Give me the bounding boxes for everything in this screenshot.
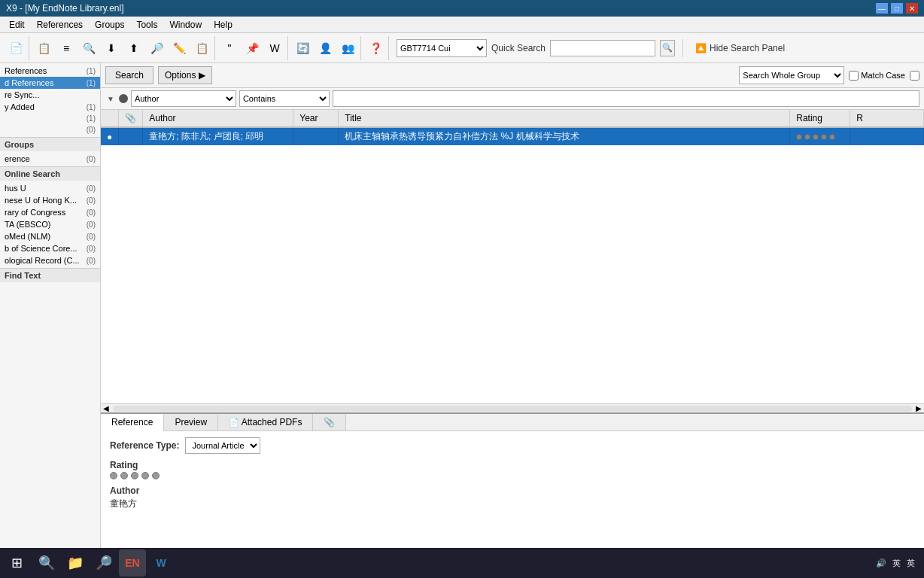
col-header-rating[interactable]: Rating — [790, 110, 850, 127]
search-execute-button[interactable]: Search — [105, 66, 153, 84]
rating-dot-1 — [796, 134, 802, 140]
toolbar: 📄 📋 ≡ 🔍 ⬇ ⬆ 🔎 ✏️ 📋 " 📌 W 🔄 👤 👥 ❓ GBT7714… — [0, 33, 924, 63]
tab-attachment-icon[interactable]: 📎 — [313, 414, 346, 430]
match-case-checkbox2[interactable] — [910, 71, 919, 81]
toolbar-sync-group: 🔄 👤 👥 — [290, 36, 361, 60]
options-button[interactable]: Options ▶ — [158, 66, 212, 84]
menu-window[interactable]: Window — [163, 18, 208, 32]
author-field-value: 童艳方 — [110, 497, 915, 510]
menu-groups[interactable]: Groups — [89, 18, 130, 32]
taskbar-volume-icon[interactable]: 🔊 — [876, 558, 886, 568]
maximize-button[interactable]: □ — [891, 3, 903, 14]
taskbar-search2-button[interactable]: 🔎 — [90, 549, 117, 576]
menu-help[interactable]: Help — [208, 18, 239, 32]
minimize-button[interactable]: — — [876, 3, 888, 14]
list-view-button[interactable]: ≡ — [56, 38, 77, 59]
start-button[interactable]: ⊞ — [3, 549, 30, 576]
quick-search-go-button[interactable]: 🔍 — [660, 40, 675, 56]
tab-attached-pdfs-label: Attached PDFs — [242, 417, 302, 427]
rating-dot-bottom-4[interactable] — [141, 472, 149, 479]
taskbar-clock: 英 — [907, 558, 915, 569]
search-web-button[interactable]: 🔍 — [78, 38, 99, 59]
word-button[interactable]: W — [264, 38, 285, 59]
col-header-indicator[interactable] — [101, 110, 119, 127]
quick-search-input[interactable] — [550, 40, 655, 56]
sidebar-groups-items: erence (0) — [0, 151, 100, 166]
download-button[interactable]: ⬇ — [101, 38, 122, 59]
menu-edit[interactable]: Edit — [3, 18, 31, 32]
sidebar-item-hus-u[interactable]: hus U (0) — [0, 182, 100, 194]
account-button[interactable]: 👤 — [315, 38, 336, 59]
toolbar-view-group: 📋 ≡ 🔍 ⬇ ⬆ 🔎 ✏️ 📋 — [31, 36, 215, 60]
match-case-label2[interactable] — [910, 71, 919, 81]
help-button[interactable]: ❓ — [365, 38, 386, 59]
search-condition-dropdown[interactable]: Contains — [239, 90, 330, 107]
rating-dot-bottom-2[interactable] — [120, 472, 128, 479]
new-ref-button[interactable]: 📄 — [5, 38, 26, 59]
menu-references[interactable]: References — [31, 18, 89, 32]
sidebar-item-web-science[interactable]: b of Science Core... (0) — [0, 242, 100, 254]
hide-search-button[interactable]: 🔼 Hide Search Panel — [691, 41, 789, 55]
tab-preview[interactable]: Preview — [164, 414, 218, 430]
taskbar-word-button[interactable]: W — [147, 549, 175, 576]
sidebar-item-ebsco[interactable]: TA (EBSCO) (0) — [0, 218, 100, 230]
open-ref-button[interactable]: 📋 — [33, 38, 54, 59]
cite-button[interactable]: " — [219, 38, 240, 59]
search-expand-icon[interactable]: ▼ — [105, 93, 116, 105]
sidebar-item-recently-added[interactable]: y Added (1) — [0, 101, 100, 113]
rating-dot-bottom-3[interactable] — [131, 472, 138, 479]
tab-attached-pdfs-icon: 📄 — [229, 418, 239, 427]
reference-type-dropdown[interactable]: Journal Article — [185, 437, 260, 454]
upload-button[interactable]: ⬆ — [123, 38, 144, 59]
cite2-button[interactable]: 📌 — [242, 38, 263, 59]
account2-button[interactable]: 👥 — [337, 38, 358, 59]
title-text: X9 - [My EndNote Library.enl] — [6, 3, 124, 14]
sidebar-item-chinese-u[interactable]: nese U of Hong K... (0) — [0, 194, 100, 206]
rating-dot-3 — [813, 134, 819, 140]
sidebar-item-library-congress[interactable]: rary of Congress (0) — [0, 206, 100, 218]
match-case-label[interactable]: Match Case — [849, 71, 905, 81]
sidebar-item-empty1-count: (1) — [87, 114, 96, 123]
sidebar-item-sync[interactable]: re Sync... — [0, 89, 100, 101]
sidebar-item-empty1[interactable]: (1) — [0, 113, 100, 124]
col-header-author[interactable]: Author — [143, 110, 293, 127]
sidebar-item-empty2[interactable]: (0) — [0, 124, 100, 135]
tab-reference[interactable]: Reference — [101, 414, 164, 431]
sync-button[interactable]: 🔄 — [292, 38, 313, 59]
col-header-year[interactable]: Year — [293, 110, 339, 127]
scroll-track[interactable] — [113, 406, 912, 412]
edit-button[interactable]: ✏️ — [169, 38, 190, 59]
style-dropdown[interactable]: GBT7714 Cui — [397, 39, 487, 57]
search-scope-dropdown[interactable]: Search Whole Group — [739, 66, 844, 84]
taskbar-search-button[interactable]: 🔍 — [33, 549, 60, 576]
tab-attached-pdfs[interactable]: 📄 Attached PDFs — [218, 414, 313, 430]
search-value-input[interactable] — [333, 90, 919, 107]
menu-tools[interactable]: Tools — [130, 18, 163, 32]
close-button[interactable]: ✕ — [906, 3, 918, 14]
find-button[interactable]: 🔎 — [146, 38, 167, 59]
horizontal-scrollbar[interactable]: ◀ ▶ — [101, 403, 924, 412]
copy-button[interactable]: 📋 — [191, 38, 212, 59]
sidebar-item-zoo[interactable]: ological Record (C... (0) — [0, 254, 100, 266]
sidebar-item-erence[interactable]: erence (0) — [0, 153, 100, 165]
title-bar-controls: — □ ✕ — [876, 3, 918, 14]
scroll-right-btn[interactable]: ▶ — [913, 404, 924, 412]
sidebar-item-d-references[interactable]: d References (1) — [0, 77, 100, 89]
taskbar-endnote-button[interactable]: EN — [119, 549, 146, 576]
taskbar-explorer-button[interactable]: 📁 — [62, 549, 89, 576]
sidebar-item-references-count: (1) — [87, 67, 96, 75]
table-row[interactable]: ● 童艳方; 陈非凡; 卢团良; 邱明 机床主轴轴承热诱导预紧力自补偿方法 %J… — [101, 127, 924, 145]
sidebar-item-pubmed[interactable]: oMed (NLM) (0) — [0, 230, 100, 242]
match-case-checkbox[interactable] — [849, 71, 859, 81]
sidebar-item-ebsco-label: TA (EBSCO) — [5, 220, 84, 229]
col-header-title[interactable]: Title — [339, 110, 790, 127]
scroll-left-btn[interactable]: ◀ — [101, 404, 111, 412]
options-label: Options — [165, 70, 196, 81]
search-field-dropdown[interactable]: Author — [131, 90, 236, 107]
sidebar-item-references[interactable]: References (1) — [0, 65, 100, 77]
taskbar-lang-indicator[interactable]: 英 — [892, 558, 901, 569]
rating-dot-bottom-5[interactable] — [152, 472, 160, 479]
col-header-r[interactable]: R — [850, 110, 924, 127]
rating-dot-bottom-1[interactable] — [110, 472, 117, 479]
col-header-pdf[interactable]: 📎 — [119, 110, 143, 127]
